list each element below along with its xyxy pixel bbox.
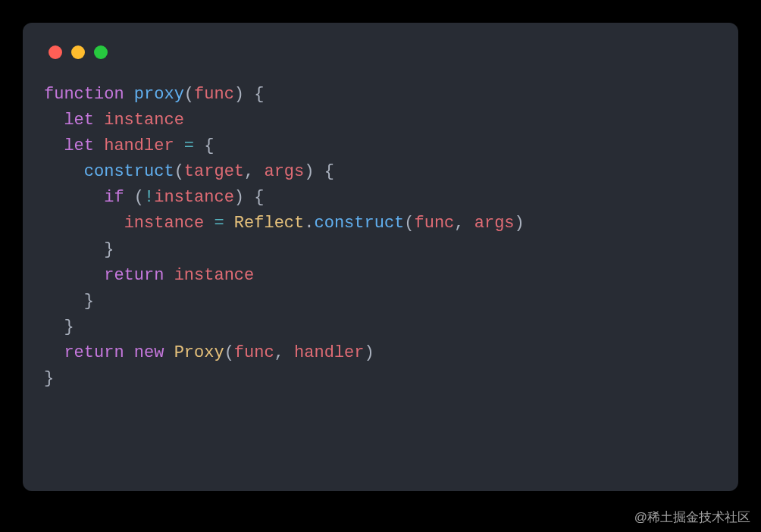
code-token: function — [44, 85, 124, 104]
code-token: } — [104, 240, 114, 259]
code-token: ) { — [304, 162, 334, 181]
code-token: ( — [134, 188, 144, 207]
code-token: func — [415, 214, 455, 233]
window-traffic-lights — [49, 45, 717, 59]
code-token: instance — [174, 266, 255, 285]
code-token — [94, 136, 104, 155]
code-token: = — [184, 136, 194, 155]
maximize-icon — [94, 45, 108, 59]
code-token: ) { — [234, 85, 265, 104]
code-token — [44, 188, 104, 207]
code-token: } — [44, 369, 54, 388]
code-token: ( — [404, 214, 414, 233]
code-token — [204, 214, 214, 233]
code-token — [44, 343, 64, 362]
code-token: return — [64, 343, 124, 362]
code-token: ) — [365, 343, 374, 362]
code-token — [44, 162, 84, 181]
code-token: instance — [104, 111, 184, 130]
code-token: Reflect — [234, 214, 304, 233]
code-block: function proxy(func) { let instance let … — [44, 82, 717, 392]
code-token — [164, 343, 174, 362]
code-token: } — [84, 292, 94, 311]
code-token — [44, 111, 64, 130]
code-token: = — [214, 214, 224, 233]
code-token — [94, 111, 104, 130]
code-token: new — [134, 343, 164, 362]
minimize-icon — [71, 45, 85, 59]
code-token: ( — [224, 343, 234, 362]
code-token — [224, 214, 234, 233]
code-token: ! — [144, 188, 154, 207]
code-token: args — [474, 214, 515, 233]
code-token: Proxy — [174, 343, 224, 362]
code-token: let — [64, 111, 94, 130]
code-token: ) { — [234, 188, 265, 207]
code-token — [124, 343, 134, 362]
code-token: ( — [174, 162, 184, 181]
code-token: proxy — [134, 85, 184, 104]
code-token — [44, 318, 64, 336]
code-token: let — [64, 136, 94, 155]
code-token: ( — [184, 85, 194, 104]
code-token — [44, 240, 104, 259]
code-token — [194, 136, 204, 155]
code-token: { — [204, 136, 214, 155]
code-token — [124, 85, 134, 104]
code-token: . — [304, 214, 314, 233]
code-token — [44, 136, 64, 155]
code-token: return — [104, 266, 164, 285]
code-token: construct — [84, 162, 174, 181]
code-token: , — [274, 343, 294, 362]
close-icon — [49, 45, 62, 59]
code-token: , — [454, 214, 474, 233]
code-token — [44, 292, 84, 311]
code-token: ) — [515, 214, 525, 233]
code-token: func — [194, 85, 234, 104]
code-token: args — [264, 162, 304, 181]
code-token — [164, 266, 174, 285]
code-token: handler — [104, 136, 174, 155]
code-card: function proxy(func) { let instance let … — [23, 23, 738, 491]
code-token: if — [104, 188, 124, 207]
code-token: instance — [154, 188, 234, 207]
code-token: , — [244, 162, 264, 181]
code-token — [174, 136, 184, 155]
code-token: func — [234, 343, 274, 362]
code-token — [124, 188, 134, 207]
watermark-text: @稀土掘金技术社区 — [634, 509, 750, 526]
code-token — [44, 214, 124, 233]
code-token: } — [64, 318, 74, 336]
code-token: handler — [294, 343, 364, 362]
code-token: instance — [124, 214, 205, 233]
code-token: construct — [314, 214, 404, 233]
code-token — [44, 266, 104, 285]
code-token: target — [184, 162, 244, 181]
